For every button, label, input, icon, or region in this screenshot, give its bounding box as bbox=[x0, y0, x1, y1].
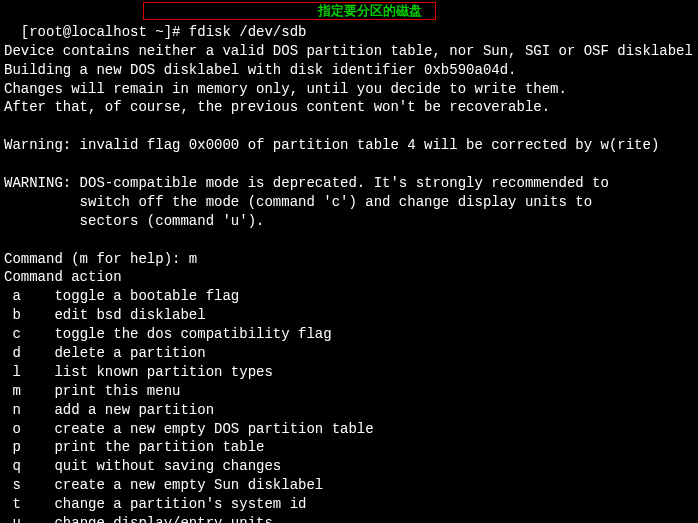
command-desc: print the partition table bbox=[54, 439, 264, 455]
command-desc: toggle a bootable flag bbox=[54, 288, 239, 304]
command-item: a toggle a bootable flag bbox=[4, 287, 694, 306]
command-desc: create a new empty DOS partition table bbox=[54, 421, 373, 437]
command-desc: delete a partition bbox=[54, 345, 205, 361]
command-item: t change a partition's system id bbox=[4, 495, 694, 514]
blank-line bbox=[4, 117, 694, 136]
command-key: t bbox=[4, 495, 29, 514]
command-item: m print this menu bbox=[4, 382, 694, 401]
command-desc: print this menu bbox=[54, 383, 180, 399]
command-item: s create a new empty Sun disklabel bbox=[4, 476, 694, 495]
warning-line: WARNING: DOS-compatible mode is deprecat… bbox=[4, 174, 694, 193]
command-key: l bbox=[4, 363, 29, 382]
command-desc: toggle the dos compatibility flag bbox=[54, 326, 331, 342]
shell-prompt: [root@localhost ~]# bbox=[21, 24, 189, 40]
command-key: m bbox=[4, 382, 29, 401]
shell-command[interactable]: fdisk /dev/sdb bbox=[189, 24, 307, 40]
annotation-label: 指定要分区的磁盘 bbox=[318, 2, 422, 20]
output-line: Changes will remain in memory only, unti… bbox=[4, 80, 694, 99]
command-item: c toggle the dos compatibility flag bbox=[4, 325, 694, 344]
command-key: p bbox=[4, 438, 29, 457]
command-key: q bbox=[4, 457, 29, 476]
fdisk-prompt: Command (m for help): bbox=[4, 251, 189, 267]
command-key: s bbox=[4, 476, 29, 495]
output-line: Device contains neither a valid DOS part… bbox=[4, 42, 694, 61]
command-item: u change display/entry units bbox=[4, 514, 694, 523]
command-desc: change display/entry units bbox=[54, 515, 272, 523]
command-action-header: Command action bbox=[4, 268, 694, 287]
command-key: d bbox=[4, 344, 29, 363]
command-desc: quit without saving changes bbox=[54, 458, 281, 474]
command-key: a bbox=[4, 287, 29, 306]
warning-line: Warning: invalid flag 0x0000 of partitio… bbox=[4, 136, 694, 155]
command-key: n bbox=[4, 401, 29, 420]
command-desc: edit bsd disklabel bbox=[54, 307, 205, 323]
command-key: b bbox=[4, 306, 29, 325]
command-prompt-line: Command (m for help): m bbox=[4, 250, 694, 269]
command-menu: a toggle a bootable flag b edit bsd disk… bbox=[4, 287, 694, 523]
command-item: n add a new partition bbox=[4, 401, 694, 420]
command-item: q quit without saving changes bbox=[4, 457, 694, 476]
command-item: b edit bsd disklabel bbox=[4, 306, 694, 325]
output-line: After that, of course, the previous cont… bbox=[4, 98, 694, 117]
command-desc: change a partition's system id bbox=[54, 496, 306, 512]
fdisk-input[interactable]: m bbox=[189, 251, 197, 267]
command-key: o bbox=[4, 420, 29, 439]
command-desc: create a new empty Sun disklabel bbox=[54, 477, 323, 493]
command-item: o create a new empty DOS partition table bbox=[4, 420, 694, 439]
command-item: l list known partition types bbox=[4, 363, 694, 382]
warning-line: switch off the mode (command 'c') and ch… bbox=[4, 193, 694, 212]
command-desc: add a new partition bbox=[54, 402, 214, 418]
command-desc: list known partition types bbox=[54, 364, 272, 380]
blank-line bbox=[4, 231, 694, 250]
blank-line bbox=[4, 155, 694, 174]
command-item: p print the partition table bbox=[4, 438, 694, 457]
command-key: c bbox=[4, 325, 29, 344]
command-item: d delete a partition bbox=[4, 344, 694, 363]
output-line: Building a new DOS disklabel with disk i… bbox=[4, 61, 694, 80]
command-key: u bbox=[4, 514, 29, 523]
warning-line: sectors (command 'u'). bbox=[4, 212, 694, 231]
